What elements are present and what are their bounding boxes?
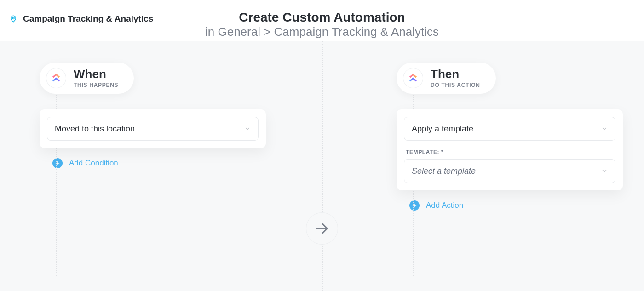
when-header-pill: When THIS HAPPENS [40,63,134,94]
location-pin-icon [9,15,17,23]
page-title: Create Custom Automation [205,10,439,25]
action-card: Apply a template TEMPLATE: * Select a te… [397,109,623,190]
then-column: Then DO THIS ACTION Apply a template TEM… [397,63,623,211]
then-heading: Then [431,68,480,80]
trigger-select[interactable]: Moved to this location [47,117,259,141]
center-connector-line [322,41,323,291]
trigger-select-value: Moved to this location [55,124,135,134]
add-action-label: Add Action [426,201,463,210]
chevron-down-icon [601,126,608,132]
template-field-label: TEMPLATE: * [406,149,614,155]
header-title-block: Create Custom Automation in General > Ca… [205,10,439,39]
template-select[interactable]: Select a template [404,159,615,183]
breadcrumb[interactable]: Campaign Tracking & Analytics [9,14,153,24]
when-subheading: THIS HAPPENS [74,82,118,88]
clickup-logo-icon [46,68,66,88]
plus-circle-icon [409,200,420,211]
template-select-placeholder: Select a template [412,166,476,176]
action-select-value: Apply a template [412,124,473,134]
then-header-pill: Then DO THIS ACTION [397,63,496,94]
breadcrumb-label: Campaign Tracking & Analytics [23,14,153,24]
flow-arrow-icon [306,212,338,245]
svg-point-0 [12,17,14,19]
then-subheading: DO THIS ACTION [431,82,480,88]
chevron-down-icon [601,168,608,174]
when-heading: When [74,68,118,80]
add-action-button[interactable]: Add Action [397,200,623,211]
action-select[interactable]: Apply a template [404,117,615,141]
when-column: When THIS HAPPENS Moved to this location… [40,63,266,168]
page-header: Campaign Tracking & Analytics Create Cus… [0,0,644,41]
page-subtitle: in General > Campaign Tracking & Analyti… [205,25,439,39]
add-condition-label: Add Condition [69,159,118,168]
trigger-card: Moved to this location [40,109,266,148]
clickup-logo-icon [403,68,423,88]
chevron-down-icon [244,126,251,132]
automation-canvas: When THIS HAPPENS Moved to this location… [0,41,644,291]
add-condition-button[interactable]: Add Condition [40,158,266,168]
plus-circle-icon [52,158,63,168]
